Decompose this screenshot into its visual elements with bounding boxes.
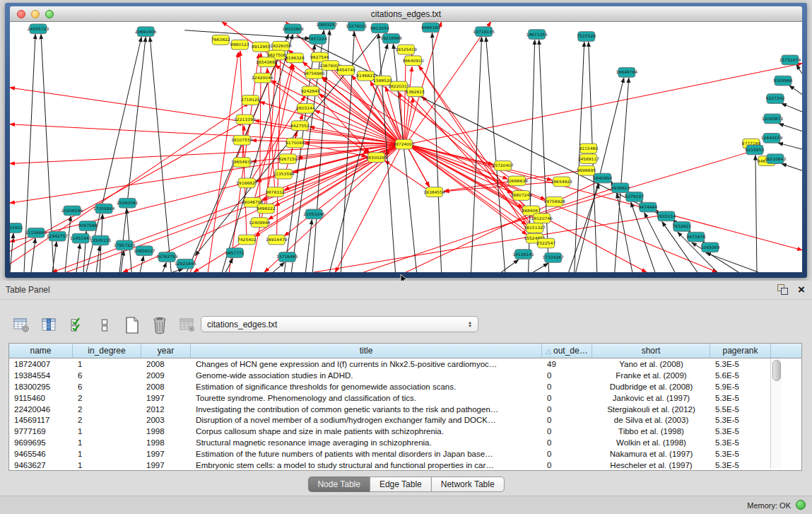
graph-node[interactable]: 18107554 bbox=[231, 135, 253, 145]
table-row[interactable]: 2242004622012Investigating the contribut… bbox=[9, 404, 801, 415]
graph-node[interactable]: 9115460 bbox=[579, 144, 598, 153]
graph-node[interactable]: 16033809 bbox=[282, 24, 304, 34]
graph-node[interactable]: 15276021 bbox=[346, 22, 367, 31]
column-header-out_de[interactable]: △out_de… bbox=[542, 344, 592, 358]
network-window[interactable]: citations_edges.txt 18724007183002951938… bbox=[5, 3, 807, 278]
graph-node[interactable]: 19218986 bbox=[380, 34, 402, 44]
graph-node[interactable]: 13505135 bbox=[90, 235, 112, 245]
graph-node[interactable]: 7832621 bbox=[673, 222, 692, 232]
graph-node[interactable]: 12942757 bbox=[47, 231, 69, 241]
graph-node[interactable]: 18226058 bbox=[270, 41, 292, 51]
delete-trash-icon[interactable] bbox=[151, 316, 169, 334]
graph-node[interactable]: 9215953 bbox=[746, 145, 765, 155]
graph-node[interactable]: 18756985 bbox=[303, 69, 325, 78]
graph-node[interactable]: 11451947 bbox=[70, 233, 92, 243]
graph-node[interactable]: 7857224 bbox=[308, 35, 327, 45]
graph-node[interactable]: 10655257 bbox=[316, 22, 338, 30]
graph-node[interactable]: 18120746 bbox=[531, 214, 553, 223]
graph-node[interactable]: 9498222 bbox=[257, 204, 276, 214]
graph-node[interactable]: 16914479 bbox=[266, 235, 288, 245]
graph-node[interactable]: 8267150 bbox=[278, 154, 298, 164]
graph-node[interactable]: 7425402 bbox=[237, 235, 257, 245]
graph-node[interactable]: 8912955 bbox=[252, 42, 271, 52]
graph-node[interactable]: 9242848 bbox=[301, 86, 320, 96]
graph-node[interactable]: 24055723 bbox=[28, 24, 49, 34]
network-canvas[interactable]: 1872400718300295193845548960123891295518… bbox=[10, 22, 802, 272]
tab-edge-table[interactable]: Edge Table bbox=[370, 477, 432, 492]
network-window-titlebar[interactable]: citations_edges.txt bbox=[10, 6, 802, 22]
column-header-pagerank[interactable]: pagerank bbox=[710, 344, 771, 358]
graph-node[interactable]: 8186328 bbox=[286, 53, 305, 63]
column-header-short[interactable]: short bbox=[592, 344, 710, 358]
table-row[interactable]: 1872400712008Changes of HCN gene express… bbox=[9, 358, 801, 370]
graph-node[interactable]: 19384554 bbox=[423, 187, 445, 197]
new-document-icon[interactable] bbox=[123, 316, 141, 334]
graph-node[interactable]: 9474444 bbox=[638, 202, 657, 212]
tab-network-table[interactable]: Network Table bbox=[431, 477, 505, 492]
graph-node[interactable]: 19654923 bbox=[551, 177, 572, 187]
column-header-title[interactable]: title bbox=[191, 344, 542, 358]
graph-node[interactable]: 16210643 bbox=[765, 154, 787, 164]
graph-node[interactable]: 9699695 bbox=[577, 165, 596, 175]
graph-node[interactable]: 15716485 bbox=[276, 252, 298, 262]
graph-node[interactable]: 8878332 bbox=[266, 187, 285, 197]
graph-node[interactable]: 12213399 bbox=[234, 115, 256, 124]
zoom-window-icon[interactable] bbox=[45, 10, 54, 18]
graph-node[interactable]: 8938923 bbox=[611, 183, 630, 193]
graph-node[interactable]: 9170048 bbox=[286, 138, 305, 148]
graph-node[interactable]: 8960123 bbox=[230, 40, 249, 49]
graph-node[interactable]: 7663822 bbox=[211, 35, 230, 45]
graph-node[interactable]: 25260591 bbox=[117, 198, 139, 208]
graph-node[interactable]: 10688639 bbox=[506, 176, 528, 186]
graph-node[interactable]: 14136141 bbox=[512, 250, 534, 259]
graph-node[interactable]: 11156863 bbox=[25, 228, 47, 238]
memory-status-indicator[interactable] bbox=[796, 500, 806, 510]
graph-node[interactable]: 12093872 bbox=[762, 114, 784, 124]
graph-node[interactable]: 16543882 bbox=[256, 57, 278, 67]
table-row[interactable]: 977716911998Corpus callosum shape and si… bbox=[9, 426, 801, 437]
table-row[interactable]: 1938455462009Genome-wide association stu… bbox=[9, 370, 801, 381]
table-row[interactable]: 1830029562008Estimation of significance … bbox=[9, 381, 801, 392]
graph-node[interactable]: 19756928 bbox=[543, 197, 565, 206]
tab-node-table[interactable]: Node Table bbox=[307, 477, 370, 492]
vertical-scrollbar[interactable] bbox=[770, 358, 782, 469]
column-header-name[interactable]: name bbox=[9, 344, 73, 358]
graph-node[interactable]: 14671355 bbox=[526, 30, 548, 40]
graph-node[interactable]: 19166827 bbox=[236, 178, 258, 188]
column-header-year[interactable]: year bbox=[141, 344, 191, 358]
table-column-icon[interactable] bbox=[40, 316, 59, 334]
table-row[interactable]: 911546021997Tourette syndrome. Phenomeno… bbox=[9, 392, 801, 404]
close-panel-icon[interactable]: × bbox=[798, 284, 805, 295]
graph-node[interactable]: 16807249 bbox=[510, 191, 532, 201]
select-checks-icon[interactable] bbox=[68, 316, 86, 334]
graph-node[interactable]: 17957223 bbox=[114, 240, 136, 250]
graph-node[interactable]: 18300295 bbox=[365, 153, 387, 163]
graph-node[interactable]: 2522547 bbox=[536, 238, 555, 248]
scrollbar-thumb[interactable] bbox=[772, 360, 781, 381]
graph-node[interactable]: 19325419 bbox=[395, 45, 417, 54]
graph-node[interactable]: 16648784 bbox=[616, 68, 638, 78]
graph-node[interactable]: 9227342 bbox=[766, 94, 785, 104]
table-row[interactable]: 946554611997Estimation of the future num… bbox=[9, 448, 801, 460]
graph-node[interactable]: 10719135 bbox=[473, 27, 495, 37]
graph-node[interactable]: 8471676 bbox=[687, 232, 706, 242]
graph-node[interactable]: 11353594 bbox=[273, 169, 295, 179]
graph-node[interactable]: 19654933 bbox=[231, 158, 253, 168]
graph-node[interactable]: 2803144 bbox=[296, 103, 315, 113]
graph-node[interactable]: 21053346 bbox=[303, 209, 325, 219]
table-row[interactable]: 946362711997Embryonic stem cells: a mode… bbox=[9, 460, 801, 471]
graph-node[interactable]: 3915931 bbox=[10, 223, 23, 233]
graph-node[interactable]: 15751074 bbox=[779, 55, 801, 65]
graph-node[interactable]: 8466160 bbox=[421, 23, 440, 33]
graph-node[interactable]: 16640910 bbox=[402, 56, 424, 66]
graph-node[interactable]: 8427552 bbox=[290, 121, 310, 131]
graph-node[interactable]: 7515526 bbox=[577, 32, 596, 42]
table-row[interactable]: 969969511998Structural magnetic resonanc… bbox=[9, 437, 801, 448]
graph-node[interactable]: 9857771 bbox=[225, 248, 245, 258]
graph-node[interactable]: 12923446 bbox=[175, 259, 196, 269]
graph-node[interactable]: 1640954 bbox=[593, 173, 612, 183]
minimize-window-icon[interactable] bbox=[31, 10, 40, 18]
graph-node[interactable]: 10958107 bbox=[134, 246, 155, 256]
graph-node[interactable]: 16151327 bbox=[524, 223, 546, 233]
graph-node[interactable]: 1362615 bbox=[406, 87, 425, 97]
